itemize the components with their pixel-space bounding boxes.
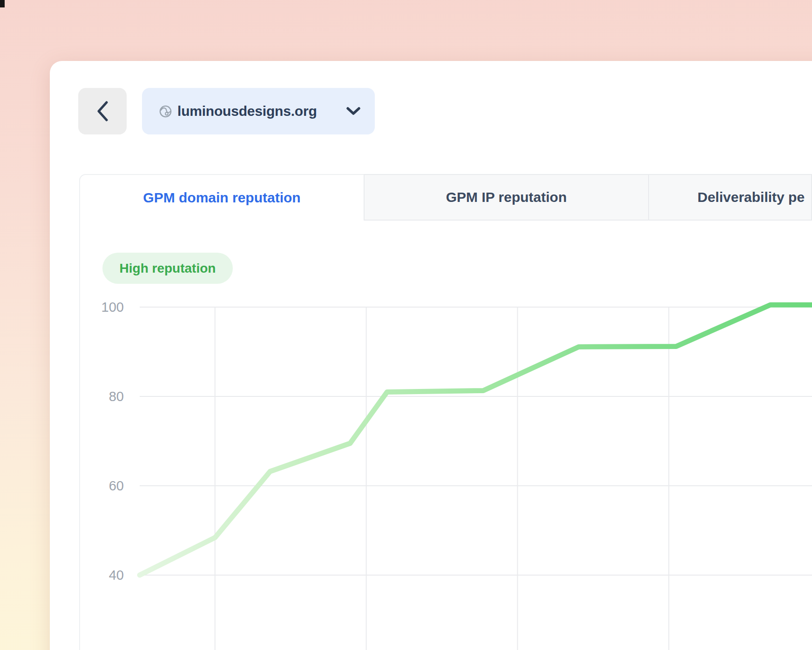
tab-gpm-ip-reputation[interactable]: GPM IP reputation	[364, 174, 649, 221]
tab-panel	[79, 221, 812, 650]
y-axis-tick-label: 40	[68, 567, 124, 583]
screen: luminousdesigns.org GPM domain reputatio…	[0, 0, 812, 650]
chevron-left-icon	[96, 101, 109, 122]
back-button[interactable]	[78, 88, 127, 134]
chevron-down-icon	[346, 107, 361, 116]
y-axis-tick-label: 60	[68, 478, 124, 494]
tab-deliverability[interactable]: Deliverability pe	[649, 174, 812, 221]
y-axis-tick-label: 100	[68, 299, 124, 315]
y-axis-tick-label: 80	[68, 389, 124, 404]
screen-corner-artifact	[0, 0, 5, 7]
domain-selector[interactable]: luminousdesigns.org	[142, 88, 375, 134]
report-tabs: GPM domain reputation GPM IP reputation …	[79, 174, 812, 221]
tab-gpm-domain-reputation[interactable]: GPM domain reputation	[79, 174, 364, 221]
reputation-status-badge: High reputation	[102, 253, 233, 284]
selected-domain: luminousdesigns.org	[177, 103, 317, 119]
globe-icon	[159, 105, 172, 118]
